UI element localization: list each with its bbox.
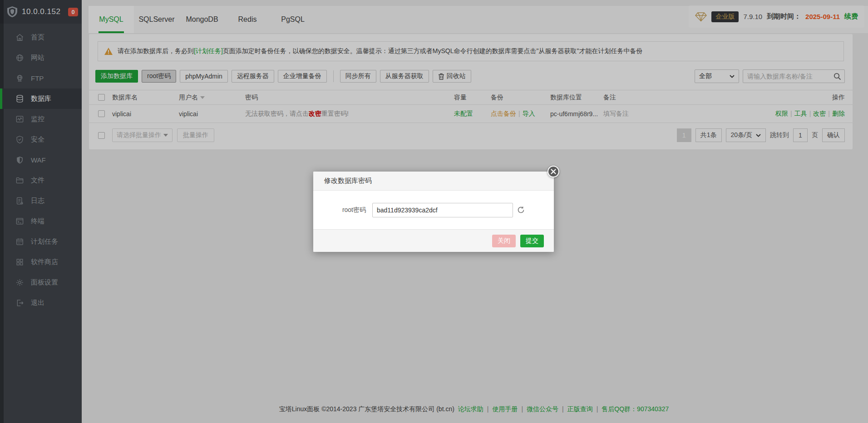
root-password-input[interactable] bbox=[372, 203, 513, 217]
modal-submit-button[interactable]: 提交 bbox=[520, 235, 544, 247]
modal-footer: 关闭 提交 bbox=[313, 229, 554, 252]
close-icon bbox=[551, 169, 556, 174]
modal-cancel-button[interactable]: 关闭 bbox=[492, 235, 516, 247]
change-password-modal: 修改数据库密码 root密码 关闭 提交 bbox=[313, 172, 554, 252]
refresh-icon[interactable] bbox=[517, 206, 525, 214]
modal-body: root密码 bbox=[313, 191, 554, 229]
modal-title: 修改数据库密码 bbox=[324, 177, 372, 185]
root-password-label: root密码 bbox=[333, 206, 366, 214]
modal-title-bar[interactable]: 修改数据库密码 bbox=[313, 172, 554, 191]
modal-close-button[interactable] bbox=[547, 166, 559, 177]
